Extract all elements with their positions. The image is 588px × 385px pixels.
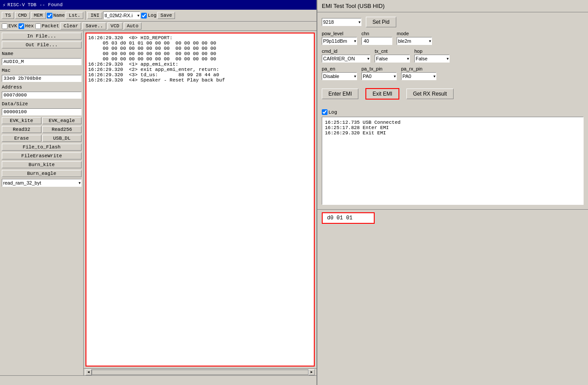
right-panel: EMI Test Tool (USB HID) 9218 Set Pid pow… [317, 0, 588, 385]
pa-rx-pin-select[interactable]: PA0 [401, 72, 436, 80]
name-input[interactable] [2, 58, 82, 65]
in-file-button[interactable]: In File... [2, 33, 82, 40]
save-button[interactable]: Save [157, 12, 175, 19]
tx-cnt-wrapper[interactable]: False [375, 55, 410, 63]
pid-select[interactable]: 9218 [322, 18, 361, 26]
name-label: Name [2, 51, 82, 56]
mac-input[interactable] [2, 75, 82, 82]
clear-button[interactable]: Clear [60, 22, 81, 30]
evk-kite-button[interactable]: EVK_kite [2, 117, 41, 124]
hex-checkbox-label[interactable]: Hex [19, 23, 34, 29]
read256-button[interactable]: Read256 [42, 126, 82, 133]
action-dropdown[interactable]: read_ram_32_byt [2, 179, 82, 187]
evk-eagle-button[interactable]: EVK_eagle [42, 117, 82, 124]
tx-cnt-label: tx_cnt [375, 48, 410, 54]
erase-button[interactable]: Erase [2, 135, 41, 142]
usb-dl-button[interactable]: USB_DL [42, 135, 82, 142]
packet-checkbox[interactable] [35, 23, 41, 29]
name-checkbox-label[interactable]: Name [47, 13, 65, 19]
hex-checkbox[interactable] [19, 23, 24, 29]
get-rx-result-button[interactable]: Get RX Result [406, 89, 454, 99]
emi-buttons-row: Enter EMI Exit EMI Get RX Result [322, 84, 584, 104]
main-area: In File... Out File... Name Mac Address … [0, 31, 316, 375]
mode-select[interactable]: ble2m [397, 37, 432, 45]
pid-wrapper[interactable]: 9218 [322, 18, 361, 26]
evk-checkbox-label[interactable]: EVK [2, 23, 17, 29]
mode-group: mode ble2m [397, 31, 432, 45]
emi-log-checkbox[interactable] [322, 109, 327, 115]
hop-group: hop False [414, 48, 450, 63]
mode-wrapper[interactable]: ble2m [397, 37, 432, 45]
file-dropdown-wrapper[interactable]: tl_02M2-RX.i [103, 11, 140, 19]
enter-emi-button[interactable]: Enter EMI [322, 89, 358, 99]
cmd-id-wrapper[interactable]: CARRIER_ON [322, 55, 370, 63]
pow-level-wrapper[interactable]: P9p11dBm [322, 37, 357, 45]
pa-row: pa_en Disable pa_tx_pin PA0 pa_rx_pin [322, 66, 584, 80]
emi-log-content[interactable]: 16:25:12.735 USB Connected 16:25:17.828 … [322, 117, 584, 205]
pa-en-select[interactable]: Disable [322, 72, 357, 80]
chn-group: chn [361, 31, 392, 45]
emi-log-checkbox-label[interactable]: Log [322, 109, 584, 115]
scroll-left-btn[interactable]: ◄ [86, 369, 92, 375]
file-to-flash-button[interactable]: File_to_Flash [2, 144, 82, 151]
ts-button[interactable]: TS [2, 12, 14, 19]
pa-en-label: pa_en [322, 66, 357, 71]
mac-label: Mac [2, 68, 82, 73]
pa-tx-pin-wrapper[interactable]: PA0 [361, 72, 397, 80]
read32-button[interactable]: Read32 [2, 126, 41, 133]
title-bar-text: RISC-V TDB -- Found [7, 2, 63, 7]
read-buttons-row: Read32 Read256 [2, 126, 82, 133]
chn-label: chn [361, 31, 392, 36]
hop-select[interactable]: False [414, 55, 450, 63]
sidebar: In File... Out File... Name Mac Address … [0, 31, 84, 375]
pow-level-select[interactable]: P9p11dBm [322, 37, 357, 45]
file-erase-write-button[interactable]: FileEraseWrite [2, 152, 82, 159]
save-dots-button[interactable]: Save.. [82, 22, 106, 30]
out-file-button[interactable]: Out File... [2, 41, 82, 48]
exit-emi-button[interactable]: Exit EMI [365, 88, 399, 100]
ini-button[interactable]: INI [87, 12, 102, 19]
burn-kite-button[interactable]: Burn_kite [2, 161, 82, 168]
scrollbar-track[interactable] [92, 370, 309, 375]
pa-rx-pin-wrapper[interactable]: PA0 [401, 72, 436, 80]
pa-en-group: pa_en Disable [322, 66, 357, 80]
auto-button[interactable]: Auto [124, 22, 141, 30]
pa-tx-pin-select[interactable]: PA0 [361, 72, 397, 80]
data-size-input[interactable] [2, 108, 82, 115]
action-dropdown-wrapper[interactable]: read_ram_32_byt [2, 179, 82, 187]
toolbar-row-1: TS CMD MEM Name Lst. INI tl_02M2-RX.i Lo… [0, 10, 316, 22]
tx-cnt-group: tx_cnt False [375, 48, 410, 63]
vcd-button[interactable]: VCD [108, 22, 123, 30]
pow-chn-mode-row: pow_level P9p11dBm chn mode ble2m [322, 31, 584, 45]
emi-title: EMI Test Tool (USB HID) [317, 0, 588, 12]
address-input[interactable] [2, 92, 82, 99]
cmd-tx-hop-row: cmd_id CARRIER_ON tx_cnt False hop [322, 48, 584, 63]
cmd-id-group: cmd_id CARRIER_ON [322, 48, 370, 63]
pa-en-wrapper[interactable]: Disable [322, 72, 357, 80]
evk-buttons-row: EVK_kite EVK_eagle [2, 117, 82, 124]
chn-input[interactable] [361, 37, 392, 45]
scroll-right-btn[interactable]: ► [309, 369, 315, 375]
emi-log-section: Log 16:25:12.735 USB Connected 16:25:17.… [322, 109, 584, 205]
emi-bottom-bar: d0 01 01 [317, 209, 588, 226]
hop-wrapper[interactable]: False [414, 55, 450, 63]
cmd-button[interactable]: CMD [15, 12, 30, 19]
burn-eagle-button[interactable]: Burn_eagle [2, 170, 82, 177]
log-checkbox[interactable] [141, 13, 147, 19]
name-checkbox[interactable] [47, 13, 52, 19]
packet-checkbox-label[interactable]: Packet [35, 23, 60, 29]
log-content[interactable]: 16:26:29.320 <0> HID_REPORT: 05 03 d0 01… [86, 33, 315, 366]
set-pid-button[interactable]: Set Pid [366, 17, 396, 27]
cmd-id-select[interactable]: CARRIER_ON [322, 55, 370, 63]
horizontal-scrollbar[interactable]: ◄ ► [84, 368, 316, 375]
left-panel: ⚡ RISC-V TDB -- Found TS CMD MEM Name Ls… [0, 0, 317, 385]
lst-button[interactable]: Lst. [66, 12, 83, 19]
evk-checkbox[interactable] [2, 23, 7, 29]
tx-cnt-select[interactable]: False [375, 55, 410, 63]
pa-rx-pin-label: pa_rx_pin [401, 66, 436, 71]
file-dropdown[interactable]: tl_02M2-RX.i [103, 11, 140, 19]
log-checkbox-label[interactable]: Log [141, 13, 156, 19]
hop-label: hop [414, 48, 450, 54]
mem-button[interactable]: MEM [31, 12, 46, 19]
pa-rx-pin-group: pa_rx_pin PA0 [401, 66, 436, 80]
